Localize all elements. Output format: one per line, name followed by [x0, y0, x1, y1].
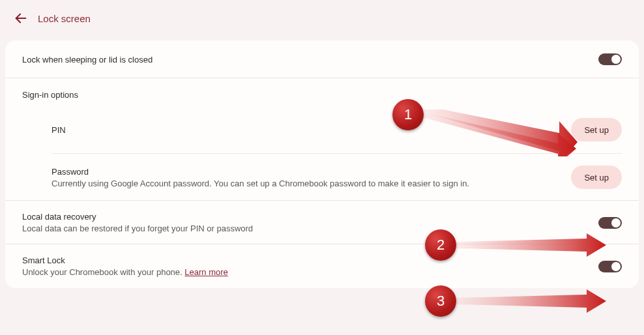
- smartlock-learn-more-link[interactable]: Learn more: [184, 267, 227, 277]
- signin-options-heading: Sign-in options: [5, 78, 639, 106]
- annotation-marker-1: 1: [392, 99, 424, 130]
- row-pin: PIN Set up: [51, 106, 622, 153]
- recovery-description: Local data can be restored if you forget…: [22, 224, 253, 233]
- pin-setup-button[interactable]: Set up: [571, 118, 622, 141]
- annotation-marker-3: 3: [425, 285, 456, 317]
- row-lock-sleeping: Lock when sleeping or lid is closed: [5, 40, 639, 78]
- recovery-toggle[interactable]: [598, 217, 622, 229]
- password-description: Currently using Google Account password.…: [51, 179, 469, 188]
- password-label: Password: [51, 167, 469, 177]
- back-arrow-icon[interactable]: [13, 10, 29, 26]
- row-smart-lock: Smart Lock Unlock your Chromebook with y…: [5, 244, 639, 288]
- svg-marker-4: [456, 289, 606, 313]
- pin-label: PIN: [51, 125, 66, 135]
- row-local-data-recovery: Local data recovery Local data can be re…: [5, 201, 639, 244]
- page-title: Lock screen: [38, 13, 91, 24]
- smartlock-description: Unlock your Chromebook with your phone. …: [22, 267, 228, 277]
- lock-sleeping-label: Lock when sleeping or lid is closed: [22, 55, 153, 65]
- annotation-marker-2: 2: [425, 229, 456, 261]
- smartlock-desc-text: Unlock your Chromebook with your phone.: [22, 267, 184, 277]
- smartlock-label: Smart Lock: [22, 255, 228, 265]
- recovery-label: Local data recovery: [22, 212, 253, 222]
- annotation-arrow-3: [456, 289, 607, 313]
- header: Lock screen: [0, 0, 644, 36]
- row-password: Password Currently using Google Account …: [51, 153, 622, 201]
- settings-card: Lock when sleeping or lid is closed Sign…: [5, 40, 639, 288]
- smartlock-toggle[interactable]: [598, 261, 622, 272]
- signin-options-list: PIN Set up Password Currently using Goog…: [5, 106, 639, 201]
- password-setup-button[interactable]: Set up: [571, 166, 622, 189]
- lock-sleeping-toggle[interactable]: [598, 53, 622, 65]
